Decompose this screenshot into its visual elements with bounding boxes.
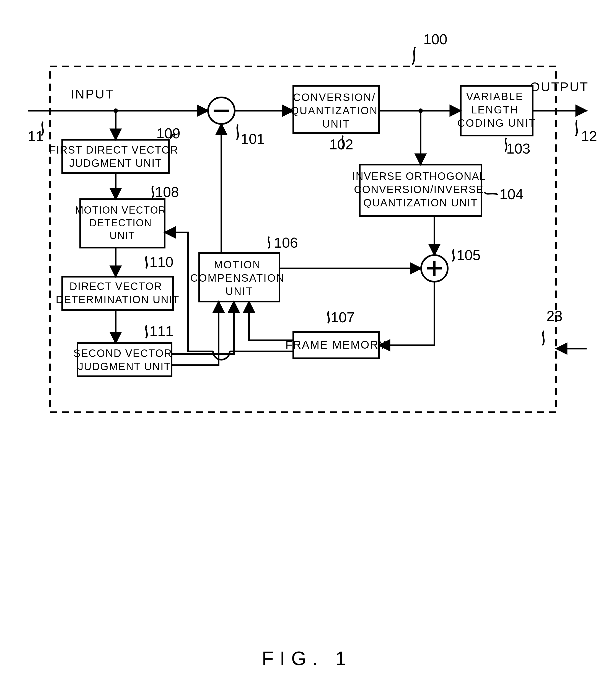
wire-fm-to-mc-1 <box>249 302 293 340</box>
leader-107 <box>328 311 329 323</box>
fdv-line1: FIRST DIRECT VECTOR <box>49 144 178 156</box>
fdv-line2: JUDGMENT UNIT <box>69 158 162 169</box>
diagram-svg: 100 INPUT OUTPUT 11 12 23 101 105 CONVER… <box>0 0 614 700</box>
leader-108 <box>152 186 153 198</box>
ref-105: 105 <box>456 247 481 263</box>
ref-12: 12 <box>581 128 597 144</box>
ref-23: 23 <box>547 308 563 324</box>
leader-106 <box>268 237 270 248</box>
mvd-line1: MOTION VECTOR <box>75 204 166 216</box>
inv-line1: INVERSE ORTHOGONAL <box>352 171 486 182</box>
mc-line1: MOTION <box>214 259 261 271</box>
ref-102: 102 <box>329 136 353 152</box>
label-output: OUTPUT <box>530 80 589 94</box>
diagram-page: 100 INPUT OUTPUT 11 12 23 101 105 CONVER… <box>0 0 614 700</box>
ref-109: 109 <box>156 125 180 141</box>
adder-node <box>421 255 448 282</box>
ref-104: 104 <box>499 186 524 202</box>
ref-107: 107 <box>331 309 355 325</box>
ref-100: 100 <box>423 31 448 47</box>
convq-line2: QUANTIZATION <box>290 105 378 116</box>
wire-adder-to-fm <box>379 282 435 345</box>
ref-11: 11 <box>28 128 44 144</box>
wire-hop <box>213 351 230 360</box>
vlc-line1: VARIABLE <box>466 91 524 102</box>
mvd-line2: DETECTION <box>89 217 152 228</box>
ref-111: 111 <box>149 323 174 339</box>
leader-100 <box>412 47 415 65</box>
block-fm: FRAME MEMORY <box>286 332 387 358</box>
mc-line2: COMPENSATION <box>190 272 285 284</box>
wire-111-to-mc-b <box>172 302 234 354</box>
dvd-line1: DIRECT VECTOR <box>70 280 162 292</box>
inv-line3: QUANTIZATION UNIT <box>363 197 478 209</box>
sv-line1: SECOND VECTOR <box>73 348 172 359</box>
mvd-line3: UNIT <box>110 230 135 241</box>
dvd-line2: DETERMINATION UNIT <box>56 294 179 305</box>
block-mvd: MOTION VECTOR DETECTION UNIT <box>75 199 170 248</box>
ref-103: 103 <box>506 140 530 157</box>
block-fdv: FIRST DIRECT VECTOR JUDGMENT UNIT <box>49 140 182 173</box>
leader-103 <box>505 138 506 152</box>
wire-111-to-mc-a <box>172 302 218 365</box>
block-dvd: DIRECT VECTOR DETERMINATION UNIT <box>56 277 179 310</box>
sv-line2: JUDGMENT UNIT <box>78 361 171 372</box>
ref-101: 101 <box>241 131 265 147</box>
leader-110 <box>146 256 147 268</box>
leader-111 <box>146 325 147 338</box>
subtractor-node <box>208 97 235 124</box>
convq-line3: UNIT <box>322 118 350 130</box>
block-sv: SECOND VECTOR JUDGMENT UNIT <box>73 343 175 376</box>
vlc-line3: CODING UNIT <box>458 117 536 129</box>
block-convq: CONVERSION/ QUANTIZATION UNIT <box>290 86 382 133</box>
leader-101 <box>237 125 238 140</box>
inv-line2: CONVERSION/INVERSE <box>354 184 484 195</box>
block-inv: INVERSE ORTHOGONAL CONVERSION/INVERSE QU… <box>352 165 489 216</box>
figure-caption: FIG. 1 <box>0 647 614 670</box>
block-mc: MOTION COMPENSATION UNIT <box>190 253 289 302</box>
leader-12 <box>576 120 577 136</box>
ref-110: 110 <box>149 254 174 270</box>
label-input: INPUT <box>71 87 114 101</box>
convq-line1: CONVERSION/ <box>293 91 376 103</box>
leader-105 <box>452 249 454 261</box>
vlc-line2: LENGTH <box>471 104 518 116</box>
fm-text: FRAME MEMORY <box>286 339 387 351</box>
block-vlc: VARIABLE LENGTH CODING UNIT <box>458 86 536 136</box>
mc-line3: UNIT <box>226 286 253 297</box>
leader-23 <box>542 330 544 345</box>
svg-text:INVERSE ORTHOGONAL
      CONVE: INVERSE ORTHOGONAL CONVERSION/INVERSE QU… <box>352 171 489 209</box>
ref-108: 108 <box>155 184 179 200</box>
ref-106: 106 <box>274 235 298 251</box>
